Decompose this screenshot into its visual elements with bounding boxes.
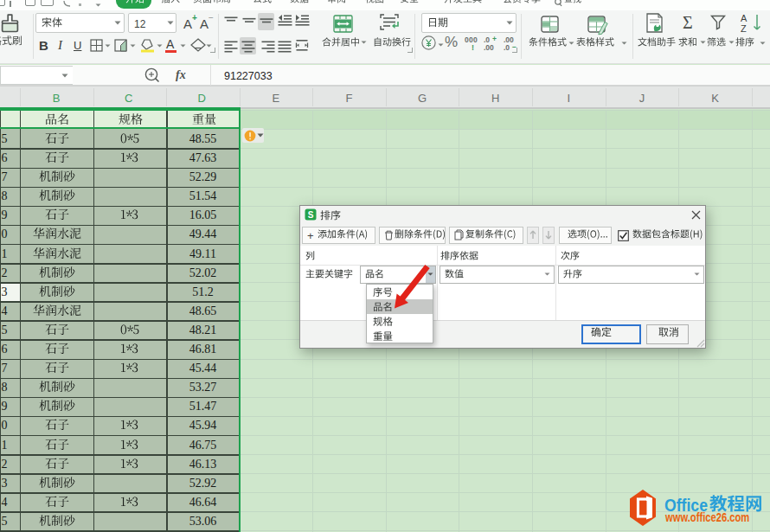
svg-text:S: S — [308, 210, 314, 220]
svg-text:A: A — [741, 13, 748, 23]
svg-text:Z: Z — [741, 23, 747, 34]
